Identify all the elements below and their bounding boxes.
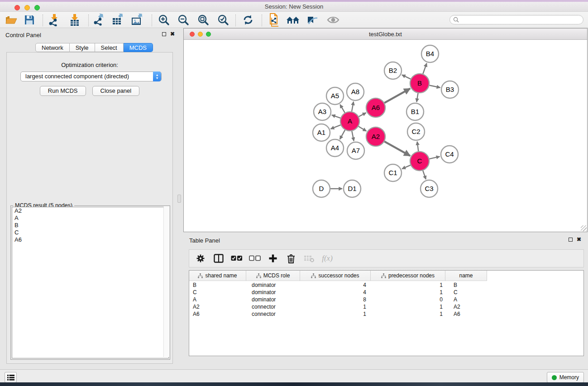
column-header-predecessor-nodes[interactable]: predecessor nodes [371, 271, 445, 281]
float-table-panel-icon[interactable] [569, 238, 573, 242]
table-row[interactable]: A6connector11A6 [189, 310, 583, 318]
graph-edge[interactable] [429, 157, 440, 159]
column-header-mcds-role[interactable]: MCDS role [246, 271, 300, 281]
graph-edge[interactable] [402, 165, 411, 169]
graph-edge[interactable] [340, 105, 345, 113]
graph-edge[interactable] [384, 142, 410, 156]
search-input[interactable] [449, 15, 583, 24]
network-window-title: testGlobe.txt [184, 31, 587, 38]
zoom-out-button[interactable] [175, 13, 191, 27]
graph-edge[interactable] [384, 89, 410, 103]
clone-network-button[interactable] [266, 13, 282, 27]
export-network-icon [93, 14, 105, 26]
column-header-successor-nodes[interactable]: successor nodes [300, 271, 371, 281]
table-header-row: shared name MCDS role successor nodes pr… [189, 271, 487, 281]
column-header-shared-name[interactable]: shared name [189, 271, 246, 281]
zoom-selected-button[interactable] [215, 13, 231, 27]
result-scrollbar[interactable] [163, 206, 169, 357]
open-session-button[interactable] [3, 13, 19, 27]
graph-node-label: B [417, 79, 422, 87]
close-panel-button[interactable]: Close panel [92, 86, 140, 96]
deselect-all-button[interactable] [249, 253, 261, 264]
close-panel-icon[interactable]: ✖ [170, 32, 175, 36]
label-visibility-button[interactable] [304, 13, 320, 27]
graph-edge[interactable] [359, 113, 366, 117]
delete-column-button[interactable] [285, 253, 297, 264]
graph-edge[interactable] [332, 115, 340, 118]
select-all-button[interactable] [231, 253, 243, 264]
graph-edge[interactable] [352, 131, 354, 141]
tab-style[interactable]: Style [70, 43, 95, 52]
mcds-result-item[interactable]: A6 [12, 236, 168, 243]
hide-graphics-button[interactable] [325, 13, 341, 27]
zoom-selected-icon [217, 14, 229, 26]
gear-icon [196, 254, 205, 263]
export-image-button[interactable] [129, 13, 146, 27]
table-row[interactable]: Bdominator41B [189, 281, 583, 289]
shared-column-icon [381, 273, 386, 278]
table-cell: A [189, 296, 246, 303]
criterion-dropdown[interactable]: largest connected component (directed) ▲… [20, 71, 162, 81]
network-window-titlebar[interactable]: testGlobe.txt [184, 29, 587, 40]
clone-network-icon [268, 13, 280, 27]
mcds-result-item[interactable]: A2 [12, 207, 168, 214]
graph-edge[interactable] [330, 125, 340, 129]
table-row[interactable]: Cdominator41C [189, 289, 583, 296]
home-button[interactable] [285, 13, 301, 27]
show-panels-list-button[interactable] [5, 372, 17, 383]
table-row[interactable]: Adominator80A [189, 296, 583, 303]
function-builder-button-disabled: f(x) [321, 253, 333, 264]
mcds-result-item[interactable]: B [12, 222, 168, 229]
close-table-panel-icon[interactable]: ✖ [577, 237, 581, 242]
import-network-button[interactable] [46, 13, 62, 27]
graph-edge[interactable] [416, 93, 418, 102]
network-graph: AA1A2A3A4A5A6A7A8BB1B2B3B4CC1C2C3C4DD1 [184, 40, 587, 232]
graph-edge[interactable] [423, 171, 426, 179]
refresh-view-button[interactable] [240, 13, 256, 27]
plus-icon [268, 254, 277, 263]
table-row[interactable]: A2connector11A2 [189, 303, 583, 310]
zoom-in-button[interactable] [156, 13, 172, 27]
window-resize-grip[interactable] [581, 225, 587, 231]
tab-mcds[interactable]: MCDS [124, 43, 153, 52]
unchecked-boxes-icon [249, 255, 261, 262]
table-cell: connector [246, 303, 300, 310]
tab-select[interactable]: Select [95, 43, 124, 52]
table-cell: dominator [246, 289, 300, 296]
export-table-button[interactable] [110, 13, 126, 27]
table-cell: A2 [445, 303, 487, 310]
memory-button[interactable]: Memory [547, 372, 584, 383]
add-column-button[interactable] [267, 253, 279, 264]
tab-network[interactable]: Network [35, 43, 70, 52]
graph-edge[interactable] [359, 126, 366, 131]
table-cell: 0 [371, 296, 445, 303]
home-icon [286, 14, 301, 25]
graph-node-label: B2 [389, 67, 397, 74]
zoom-fit-button[interactable] [195, 13, 211, 27]
graph-edge[interactable] [402, 75, 411, 79]
column-header-name[interactable]: name [445, 271, 487, 281]
mcds-result-list[interactable]: A2ABCA6 [12, 207, 169, 358]
graph-edge[interactable] [423, 63, 426, 74]
export-network-button[interactable] [91, 13, 107, 27]
graph-edge[interactable] [352, 102, 354, 112]
splitter-grip[interactable] [177, 195, 181, 203]
float-panel-icon[interactable] [162, 32, 166, 36]
toggle-column-view-button[interactable] [213, 253, 225, 264]
graph-edge[interactable] [430, 85, 440, 87]
mcds-result-item[interactable]: A [12, 214, 168, 222]
graph-edge[interactable] [340, 130, 345, 139]
table-cell: 1 [371, 303, 445, 310]
table-cell: A [445, 296, 487, 303]
network-canvas[interactable]: AA1A2A3A4A5A6A7A8BB1B2B3B4CC1C2C3C4DD1 [184, 40, 587, 232]
import-table-button[interactable] [67, 13, 83, 27]
graph-node-label: D1 [348, 185, 356, 192]
graph-edge[interactable] [417, 142, 419, 151]
mcds-result-item[interactable]: C [12, 229, 168, 236]
table-cell: 1 [371, 310, 445, 318]
open-folder-icon [5, 14, 18, 25]
table-settings-button[interactable] [195, 253, 206, 264]
run-mcds-button[interactable]: Run MCDS [40, 86, 86, 96]
save-session-button[interactable] [21, 13, 38, 27]
session-title: Session: New Session [0, 3, 588, 10]
